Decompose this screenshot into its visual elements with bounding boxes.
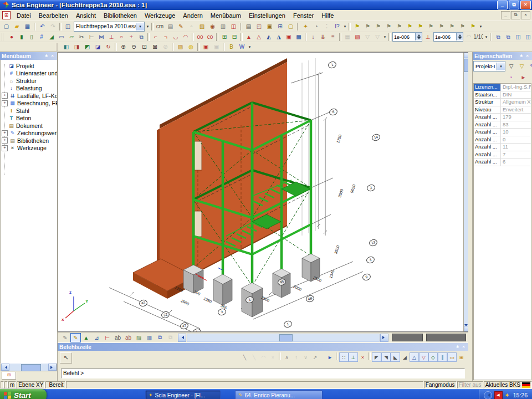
property-label[interactable]: Niveau xyxy=(474,106,501,114)
show-sections-icon[interactable]: ▥ xyxy=(144,333,155,342)
filters-dropdown-icon[interactable]: ▾ xyxy=(382,35,387,39)
viewport-hscrollbar[interactable] xyxy=(187,334,380,342)
align-member-icon[interactable]: ⊢ xyxy=(86,32,96,42)
pin-icon[interactable]: ∗ xyxy=(454,344,461,350)
context-help-icon[interactable]: I? xyxy=(332,22,342,31)
project-combobox[interactable]: Fluchttreppe1a 2010.esa▾ xyxy=(74,22,145,32)
property-label[interactable]: Staatsn... xyxy=(474,91,501,99)
sidebar-item-werkzeuge[interactable]: +×Werkzeuge xyxy=(1,145,57,152)
snap-inverse-icon[interactable]: ▽ xyxy=(419,352,428,362)
weld-icon[interactable]: + xyxy=(126,32,136,42)
sidebar-item-dokument[interactable]: ▤Dokument xyxy=(1,122,57,130)
hscroll-right-icon[interactable] xyxy=(380,334,388,342)
filter-flash-icon[interactable]: ▽ xyxy=(516,62,527,71)
zoom-document-icon[interactable]: ◔ xyxy=(311,22,321,31)
support-roller-icon[interactable]: ◭ xyxy=(264,32,274,42)
property-row[interactable]: StrukturAllgemein XYZ xyxy=(474,99,531,106)
zoom-out-icon[interactable]: ⊖ xyxy=(129,42,139,52)
view-param-11-icon[interactable]: ⚑ xyxy=(457,22,468,31)
property-label[interactable]: Anzahl ... xyxy=(474,151,501,158)
view-side-icon[interactable]: ◩ xyxy=(82,42,93,52)
hinge-oo-icon[interactable]: oo xyxy=(195,32,205,42)
tray-chevron-icon[interactable] xyxy=(484,391,492,399)
plate-icon[interactable]: ▱ xyxy=(66,32,76,42)
snap-triangle-icon[interactable]: △ xyxy=(410,352,419,362)
layers-edit-icon[interactable]: ✎ xyxy=(176,22,186,31)
view-param-9-icon[interactable]: ⚑ xyxy=(436,22,447,31)
tray-volume-icon[interactable]: ◀ xyxy=(494,391,503,399)
support-fixed-icon[interactable]: ▲ xyxy=(244,32,254,42)
send-to-icon[interactable]: ► xyxy=(518,73,529,82)
precision-spinner-1[interactable]: 1e-006 xyxy=(392,32,422,42)
document-add-icon[interactable]: ⊞ xyxy=(275,22,285,31)
tree-expand-icon[interactable]: + xyxy=(2,93,8,99)
document-page-icon[interactable]: ▢ xyxy=(285,22,296,31)
load-surface-icon[interactable]: ≡ xyxy=(328,32,338,42)
table-edit-icon[interactable]: ⊟ xyxy=(229,32,239,42)
property-row[interactable]: Anzahl ...6 xyxy=(474,158,531,166)
menu-hilfe[interactable]: Hilfe xyxy=(318,11,337,20)
sidebar-item-belastung[interactable]: ↓Belastung xyxy=(1,85,57,93)
property-label[interactable]: Anzahl ... xyxy=(474,114,501,121)
tree-hscrollbar[interactable] xyxy=(1,363,57,371)
wireframe-icon[interactable]: W xyxy=(237,42,247,52)
show-labels-icon[interactable]: ab xyxy=(112,333,123,342)
connect-member-icon[interactable]: ⊥ xyxy=(106,32,116,42)
results-window-icon[interactable]: ◫ xyxy=(228,22,239,31)
chart-pie-icon[interactable]: ◔ xyxy=(505,73,516,82)
support-rotation-icon[interactable]: ▣ xyxy=(284,32,294,42)
window-cascade-icon[interactable]: ⧉ xyxy=(493,32,503,42)
hinge-co-icon[interactable]: co xyxy=(205,32,215,42)
menu-datei[interactable]: Datei xyxy=(13,11,35,20)
view-front-icon[interactable]: ◨ xyxy=(71,42,82,52)
print-preview-icon[interactable]: ◰ xyxy=(254,22,264,31)
tab-menubaum[interactable]: ⊞ xyxy=(2,372,16,380)
cut-member-icon[interactable]: ✂ xyxy=(76,32,86,42)
status-bks[interactable]: Aktuelles BKS xyxy=(484,381,532,388)
snapshot-icon[interactable]: ▣ xyxy=(201,42,211,52)
project-window-icon[interactable]: ◫ xyxy=(63,22,73,31)
filter-icon[interactable]: ▽ xyxy=(506,62,516,71)
property-label[interactable]: Anzahl ... xyxy=(474,158,501,166)
property-row[interactable]: Anzahl ...7 xyxy=(474,151,531,159)
hinge-link-icon[interactable]: ◡ xyxy=(171,32,181,42)
menu-werkzeuge[interactable]: Werkzeuge xyxy=(141,11,179,20)
zoom-in-icon[interactable]: ⊕ xyxy=(118,42,129,52)
sidebar-item-berechnung-fe-n[interactable]: +▦Berechnung, FE-N xyxy=(1,100,57,108)
zoom-window-icon[interactable]: ⊡ xyxy=(139,42,150,52)
pin-icon[interactable]: ∗ xyxy=(518,53,524,59)
minimized-window-bar-2[interactable] xyxy=(426,334,466,341)
view-param-7-icon[interactable]: ⚑ xyxy=(415,22,426,31)
property-label[interactable]: Anzahl ... xyxy=(474,129,501,136)
snap-direction-icon[interactable]: ↗ xyxy=(310,352,320,362)
snap-angle-icon[interactable]: ∧ xyxy=(282,352,291,362)
sidebar-item-linienraster-und-g[interactable]: #Linienraster und G xyxy=(1,70,57,78)
tray-app-icon[interactable]: ✦ xyxy=(505,392,510,399)
print-icon[interactable]: ▤ xyxy=(243,22,254,31)
palette-settings-icon[interactable]: ◉ xyxy=(207,22,218,31)
perspective-toggle-icon[interactable]: ✎ xyxy=(60,333,70,342)
haunch-icon[interactable]: ◢ xyxy=(47,32,57,42)
support-elastic-icon[interactable]: ▩ xyxy=(294,32,304,42)
property-row[interactable]: Anzahl ...11 xyxy=(474,144,531,151)
support-hinged-icon[interactable]: △ xyxy=(254,32,264,42)
snap-edge-icon[interactable]: ◢ xyxy=(400,352,410,362)
property-row[interactable]: Anzahl ...83 xyxy=(474,121,531,129)
show-supports-icon[interactable]: ⊢ xyxy=(102,333,112,342)
duplicate-icon[interactable]: ⧉ xyxy=(136,32,146,42)
precision-spinner-2[interactable]: 1e-006 xyxy=(433,32,463,42)
view-parameters-doc-icon[interactable]: ⧉ xyxy=(155,333,165,342)
tray-clock[interactable]: 15:26 xyxy=(513,392,528,398)
snap-cursor-icon[interactable]: ► xyxy=(325,352,335,362)
zoom-all-icon[interactable]: ⊠ xyxy=(150,42,160,52)
sidebar-item-beton[interactable]: TBeton xyxy=(1,115,57,122)
view-param-5-icon[interactable]: ⚑ xyxy=(394,22,405,31)
taskbar-task[interactable]: ✦Scia Engineer - [Fl... xyxy=(145,390,221,399)
spinner-arrows-icon[interactable] xyxy=(415,33,422,40)
show-member-system-icon[interactable]: ⊿ xyxy=(91,333,102,342)
property-row[interactable]: Lizenzn...Dipl.-Ing.S.Ry... xyxy=(474,84,531,91)
tree-expand-icon[interactable]: + xyxy=(2,145,8,151)
open-results-icon[interactable]: ▨ xyxy=(352,32,362,42)
select-cursor-button[interactable]: ↖ xyxy=(60,352,72,364)
edit-pencil-icon[interactable]: ✎ xyxy=(527,62,532,71)
